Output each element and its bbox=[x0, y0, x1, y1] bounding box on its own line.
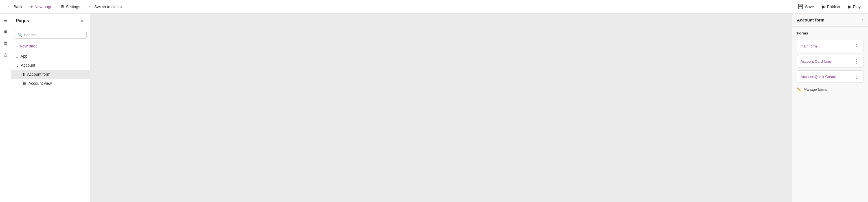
chevron-down-icon: ⌄ bbox=[16, 63, 19, 67]
canvas bbox=[90, 13, 792, 202]
main-layout: ☰ ▣ ▤ △ Pages ✕ 🔍 + New page □ App ⌄ Acc… bbox=[0, 13, 868, 202]
menu-icon-button[interactable]: ☰ bbox=[1, 16, 10, 25]
form-item-quick-create-label: Account Quick Create bbox=[801, 75, 836, 79]
right-panel-chevron-icon[interactable]: › bbox=[862, 18, 864, 22]
back-label: Back bbox=[13, 4, 22, 9]
app-label: App bbox=[20, 54, 27, 58]
nav-item-account-form[interactable]: ▮ Account form bbox=[11, 70, 90, 79]
back-icon: ← bbox=[7, 4, 12, 9]
manage-forms-label: Manage forms bbox=[804, 87, 827, 91]
gear-icon: ⚙ bbox=[60, 4, 64, 9]
save-label: Save bbox=[805, 4, 814, 9]
switch-label: Switch to classic bbox=[94, 4, 123, 9]
form-item-quick-create[interactable]: Account Quick Create ⋮ bbox=[797, 70, 864, 83]
list-icon-button[interactable]: ▤ bbox=[1, 38, 10, 48]
nav-tree: □ App ⌄ Account ▮ Account form ▦ Account… bbox=[11, 51, 90, 202]
save-button[interactable]: 💾 Save bbox=[795, 2, 817, 11]
toolbar-right: 💾 Save ▶ Publish ▶ Play bbox=[795, 2, 864, 11]
manage-forms-button[interactable]: ✏️ Manage forms bbox=[797, 86, 864, 93]
form-item-card[interactable]: Account Card form ⋮ bbox=[797, 55, 864, 67]
new-page-tree-button[interactable]: + New page bbox=[11, 41, 90, 51]
toolbar: ← Back + New page ⚙ Settings ↔ Switch to… bbox=[0, 0, 868, 13]
form-item-main[interactable]: main form ⋮ bbox=[797, 40, 864, 52]
pages-panel: Pages ✕ 🔍 + New page □ App ⌄ Account ▮ A… bbox=[11, 13, 90, 202]
icon-sidebar: ☰ ▣ ▤ △ bbox=[0, 13, 11, 202]
search-icon: 🔍 bbox=[18, 33, 22, 37]
switch-icon: ↔ bbox=[88, 4, 93, 9]
publish-button[interactable]: ▶ Publish bbox=[819, 2, 843, 11]
search-input[interactable] bbox=[24, 33, 84, 37]
database-icon-button[interactable]: △ bbox=[1, 50, 10, 59]
new-page-button[interactable]: + New page bbox=[27, 3, 55, 11]
play-button[interactable]: ▶ Play bbox=[845, 2, 864, 11]
close-pages-panel-button[interactable]: ✕ bbox=[79, 18, 86, 24]
play-icon: ▶ bbox=[848, 4, 851, 9]
form-item-main-label: main form bbox=[801, 44, 817, 48]
nav-item-account-view[interactable]: ▦ Account view bbox=[11, 79, 90, 88]
right-panel-title: Account form bbox=[797, 18, 825, 22]
account-view-label: Account view bbox=[29, 81, 52, 86]
form-item-card-menu-icon[interactable]: ⋮ bbox=[854, 58, 860, 64]
right-panel-header: Account form › bbox=[792, 13, 868, 27]
nav-group-account[interactable]: ⌄ Account bbox=[11, 61, 90, 70]
app-icon: □ bbox=[16, 54, 18, 58]
pages-panel-header: Pages ✕ bbox=[11, 13, 90, 28]
page-icon-button[interactable]: ▣ bbox=[1, 27, 10, 36]
new-page-tree-label: New page bbox=[20, 44, 37, 48]
save-icon: 💾 bbox=[798, 4, 803, 9]
view-icon: ▦ bbox=[23, 81, 26, 86]
new-page-label: New page bbox=[34, 4, 52, 9]
pages-panel-title: Pages bbox=[16, 18, 29, 24]
right-panel: Account form › Forms main form ⋮ Account… bbox=[792, 13, 868, 202]
form-item-card-label: Account Card form bbox=[801, 59, 831, 63]
publish-icon: ▶ bbox=[822, 4, 826, 9]
nav-item-app[interactable]: □ App bbox=[11, 52, 90, 61]
switch-to-classic-button[interactable]: ↔ Switch to classic bbox=[85, 3, 126, 11]
forms-section-label: Forms bbox=[797, 31, 864, 35]
form-icon: ▮ bbox=[23, 72, 25, 77]
account-group-label: Account bbox=[21, 63, 35, 67]
toolbar-left: ← Back + New page ⚙ Settings ↔ Switch to… bbox=[4, 2, 795, 11]
form-item-quick-create-menu-icon[interactable]: ⋮ bbox=[854, 74, 860, 80]
publish-label: Publish bbox=[827, 4, 840, 9]
search-box: 🔍 bbox=[15, 31, 87, 39]
plus-icon: + bbox=[30, 4, 33, 9]
play-label: Play bbox=[853, 4, 861, 9]
back-button[interactable]: ← Back bbox=[4, 3, 25, 11]
form-item-main-menu-icon[interactable]: ⋮ bbox=[854, 43, 860, 49]
right-panel-body: Forms main form ⋮ Account Card form ⋮ Ac… bbox=[792, 27, 868, 98]
pencil-icon: ✏️ bbox=[797, 87, 801, 91]
account-form-label: Account form bbox=[27, 72, 50, 77]
settings-label: Settings bbox=[66, 4, 81, 9]
plus-icon-tree: + bbox=[16, 44, 18, 48]
settings-button[interactable]: ⚙ Settings bbox=[58, 2, 83, 11]
